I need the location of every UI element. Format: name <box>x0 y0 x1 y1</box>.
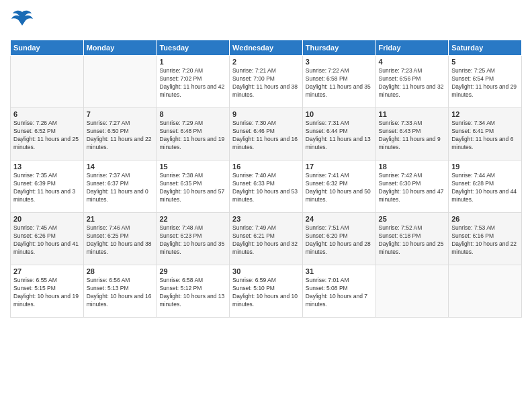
day-number: 25 <box>379 215 446 223</box>
day-info: Sunrise: 7:35 AMSunset: 6:39 PMDaylight:… <box>13 172 81 204</box>
day-info: Sunrise: 7:29 AMSunset: 6:48 PMDaylight:… <box>159 120 226 152</box>
day-number: 3 <box>306 58 373 66</box>
weekday-header-wednesday: Wednesday <box>230 40 303 56</box>
day-info: Sunrise: 6:55 AMSunset: 5:15 PMDaylight:… <box>13 277 81 309</box>
calendar-cell: 13Sunrise: 7:35 AMSunset: 6:39 PMDayligh… <box>11 161 84 213</box>
day-info: Sunrise: 7:41 AMSunset: 6:32 PMDaylight:… <box>306 172 373 204</box>
calendar-cell <box>83 56 157 108</box>
calendar-cell: 22Sunrise: 7:48 AMSunset: 6:23 PMDayligh… <box>157 213 230 265</box>
day-number: 11 <box>379 110 446 118</box>
day-info: Sunrise: 7:27 AMSunset: 6:50 PMDaylight:… <box>87 120 154 152</box>
day-info: Sunrise: 7:38 AMSunset: 6:35 PMDaylight:… <box>159 172 226 204</box>
weekday-header-thursday: Thursday <box>302 40 375 56</box>
calendar-cell: 30Sunrise: 6:59 AMSunset: 5:10 PMDayligh… <box>230 265 303 318</box>
day-number: 20 <box>13 215 81 223</box>
calendar-cell: 5Sunrise: 7:25 AMSunset: 6:54 PMDaylight… <box>449 56 522 108</box>
calendar-cell: 20Sunrise: 7:45 AMSunset: 6:26 PMDayligh… <box>11 213 84 265</box>
calendar-cell: 17Sunrise: 7:41 AMSunset: 6:32 PMDayligh… <box>302 161 375 213</box>
day-info: Sunrise: 7:34 AMSunset: 6:41 PMDaylight:… <box>451 120 519 152</box>
day-info: Sunrise: 7:25 AMSunset: 6:54 PMDaylight:… <box>451 67 519 99</box>
weekday-header-tuesday: Tuesday <box>157 40 230 56</box>
day-number: 23 <box>232 215 300 223</box>
day-info: Sunrise: 7:48 AMSunset: 6:23 PMDaylight:… <box>159 224 226 257</box>
day-info: Sunrise: 6:58 AMSunset: 5:12 PMDaylight:… <box>159 277 226 309</box>
weekday-header-saturday: Saturday <box>449 40 522 56</box>
day-number: 1 <box>159 58 226 66</box>
logo-bird-icon <box>10 7 34 34</box>
day-number: 12 <box>451 110 519 118</box>
calendar-cell: 15Sunrise: 7:38 AMSunset: 6:35 PMDayligh… <box>157 161 230 213</box>
logo <box>10 7 37 34</box>
calendar-cell: 9Sunrise: 7:30 AMSunset: 6:46 PMDaylight… <box>230 108 303 161</box>
day-number: 24 <box>306 215 373 223</box>
day-info: Sunrise: 7:52 AMSunset: 6:18 PMDaylight:… <box>379 224 446 257</box>
day-number: 15 <box>159 163 226 171</box>
day-info: Sunrise: 7:21 AMSunset: 7:00 PMDaylight:… <box>232 67 300 99</box>
day-info: Sunrise: 7:44 AMSunset: 6:28 PMDaylight:… <box>451 172 519 204</box>
day-info: Sunrise: 7:01 AMSunset: 5:08 PMDaylight:… <box>306 277 373 309</box>
calendar-cell: 6Sunrise: 7:26 AMSunset: 6:52 PMDaylight… <box>11 108 84 161</box>
calendar-cell <box>375 265 449 318</box>
day-number: 10 <box>306 110 373 118</box>
calendar-cell: 1Sunrise: 7:20 AMSunset: 7:02 PMDaylight… <box>157 56 230 108</box>
calendar-cell: 31Sunrise: 7:01 AMSunset: 5:08 PMDayligh… <box>302 265 375 318</box>
day-number: 9 <box>232 110 300 118</box>
calendar-cell: 27Sunrise: 6:55 AMSunset: 5:15 PMDayligh… <box>11 265 84 318</box>
day-number: 29 <box>159 267 226 275</box>
calendar-cell: 8Sunrise: 7:29 AMSunset: 6:48 PMDaylight… <box>157 108 230 161</box>
calendar-cell: 19Sunrise: 7:44 AMSunset: 6:28 PMDayligh… <box>449 161 522 213</box>
calendar-cell: 14Sunrise: 7:37 AMSunset: 6:37 PMDayligh… <box>83 161 157 213</box>
day-info: Sunrise: 7:49 AMSunset: 6:21 PMDaylight:… <box>232 224 300 257</box>
day-info: Sunrise: 7:51 AMSunset: 6:20 PMDaylight:… <box>306 224 373 257</box>
day-info: Sunrise: 6:59 AMSunset: 5:10 PMDaylight:… <box>232 277 300 309</box>
day-info: Sunrise: 7:22 AMSunset: 6:58 PMDaylight:… <box>306 67 373 99</box>
day-info: Sunrise: 7:30 AMSunset: 6:46 PMDaylight:… <box>232 120 300 152</box>
day-number: 26 <box>451 215 519 223</box>
day-info: Sunrise: 7:37 AMSunset: 6:37 PMDaylight:… <box>87 172 154 204</box>
day-number: 30 <box>232 267 300 275</box>
weekday-header-monday: Monday <box>83 40 157 56</box>
day-number: 19 <box>451 163 519 171</box>
day-number: 16 <box>232 163 300 171</box>
day-number: 22 <box>159 215 226 223</box>
calendar-cell: 4Sunrise: 7:23 AMSunset: 6:56 PMDaylight… <box>375 56 449 108</box>
day-number: 13 <box>13 163 81 171</box>
day-number: 8 <box>159 110 226 118</box>
day-number: 2 <box>232 58 300 66</box>
day-info: Sunrise: 7:33 AMSunset: 6:43 PMDaylight:… <box>379 120 446 152</box>
day-number: 28 <box>87 267 154 275</box>
calendar-cell: 18Sunrise: 7:42 AMSunset: 6:30 PMDayligh… <box>375 161 449 213</box>
day-number: 31 <box>306 267 373 275</box>
day-info: Sunrise: 7:45 AMSunset: 6:26 PMDaylight:… <box>13 224 81 257</box>
calendar-cell: 16Sunrise: 7:40 AMSunset: 6:33 PMDayligh… <box>230 161 303 213</box>
calendar-cell: 26Sunrise: 7:53 AMSunset: 6:16 PMDayligh… <box>449 213 522 265</box>
day-info: Sunrise: 7:40 AMSunset: 6:33 PMDaylight:… <box>232 172 300 204</box>
day-number: 4 <box>379 58 446 66</box>
day-info: Sunrise: 7:23 AMSunset: 6:56 PMDaylight:… <box>379 67 446 99</box>
calendar-cell: 21Sunrise: 7:46 AMSunset: 6:25 PMDayligh… <box>83 213 157 265</box>
calendar-cell: 28Sunrise: 6:56 AMSunset: 5:13 PMDayligh… <box>83 265 157 318</box>
calendar-cell: 25Sunrise: 7:52 AMSunset: 6:18 PMDayligh… <box>375 213 449 265</box>
day-number: 6 <box>13 110 81 118</box>
calendar-cell <box>11 56 84 108</box>
day-info: Sunrise: 7:31 AMSunset: 6:44 PMDaylight:… <box>306 120 373 152</box>
day-number: 27 <box>13 267 81 275</box>
weekday-header-sunday: Sunday <box>11 40 84 56</box>
day-number: 7 <box>87 110 154 118</box>
calendar-cell: 23Sunrise: 7:49 AMSunset: 6:21 PMDayligh… <box>230 213 303 265</box>
day-info: Sunrise: 7:20 AMSunset: 7:02 PMDaylight:… <box>159 67 226 99</box>
calendar-cell: 11Sunrise: 7:33 AMSunset: 6:43 PMDayligh… <box>375 108 449 161</box>
day-info: Sunrise: 7:46 AMSunset: 6:25 PMDaylight:… <box>87 224 154 257</box>
calendar-table: SundayMondayTuesdayWednesdayThursdayFrid… <box>10 40 522 318</box>
calendar-cell: 7Sunrise: 7:27 AMSunset: 6:50 PMDaylight… <box>83 108 157 161</box>
calendar-cell: 2Sunrise: 7:21 AMSunset: 7:00 PMDaylight… <box>230 56 303 108</box>
calendar-cell <box>449 265 522 318</box>
calendar-cell: 10Sunrise: 7:31 AMSunset: 6:44 PMDayligh… <box>302 108 375 161</box>
calendar-cell: 12Sunrise: 7:34 AMSunset: 6:41 PMDayligh… <box>449 108 522 161</box>
day-number: 5 <box>451 58 519 66</box>
day-info: Sunrise: 6:56 AMSunset: 5:13 PMDaylight:… <box>87 277 154 309</box>
day-number: 17 <box>306 163 373 171</box>
day-info: Sunrise: 7:42 AMSunset: 6:30 PMDaylight:… <box>379 172 446 204</box>
calendar-cell: 24Sunrise: 7:51 AMSunset: 6:20 PMDayligh… <box>302 213 375 265</box>
day-info: Sunrise: 7:26 AMSunset: 6:52 PMDaylight:… <box>13 120 81 152</box>
